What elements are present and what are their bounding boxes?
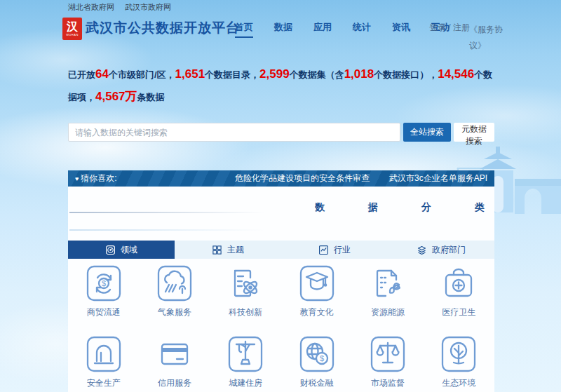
nav-item-data[interactable]: 数据 [274,21,292,38]
layers-icon [417,245,427,255]
heart-icon: ♥ [75,175,79,182]
site-search-button[interactable]: 全站搜索 [403,123,451,142]
svg-text:$: $ [102,279,106,288]
tab-label: 领域 [121,244,137,256]
resource-energy-icon [370,264,406,303]
category-label: 商贸流通 [87,306,121,318]
category-medical-health[interactable]: 医疗卫生 [424,264,494,318]
category-sci-tech[interactable]: 科技创新 [210,264,281,318]
recommendation-label: 猜你喜欢: [81,173,116,184]
section-title-char: 类 [475,201,485,214]
category-weather-service[interactable]: 气象服务 [139,264,210,318]
svg-text:$: $ [320,354,324,363]
page-title: 武汉市公共数据开放平台 [86,19,240,37]
category-label: 安全生产 [87,377,121,389]
main-nav: 首页 数据 应用 统计 资讯 互动 [235,21,450,38]
trade-circulation-icon: $ [86,264,122,303]
tab-government-departments[interactable]: 政府部门 [388,241,494,259]
category-label: 市场监督 [371,377,405,389]
category-credit-service[interactable]: 信用服务 [139,334,210,389]
recommendation-link-2[interactable]: 武汉市3c企业名单服务API [389,173,487,184]
ecology-environment-icon [440,334,477,374]
open-data-stats: 已开放64个市级部门/区，1,651个数据目录，2,599个数据集（含1,018… [68,63,499,108]
metadata-search-button[interactable]: 元数据搜索 [454,123,494,142]
compass-icon [105,245,116,255]
section-title-char: 据 [368,201,378,214]
recommendation-link-1[interactable]: 危险化学品建设项目的安全条件审查 [235,173,370,184]
category-construction-housing[interactable]: 城建住房 [210,334,281,389]
recommendation-bar: ♥ 猜你喜欢: 危险化学品建设项目的安全条件审查 武汉市3c企业名单服务API [68,170,494,187]
category-label: 科技创新 [229,306,262,318]
safety-production-icon [86,334,122,374]
nav-item-statistics[interactable]: 统计 [353,21,371,38]
weather-service-icon [156,264,193,303]
site-logo[interactable]: 汉 WUHAN [62,18,82,40]
stats-text: 个数据集（含 [290,69,344,80]
separator-line [69,212,264,213]
category-label: 财税金融 [300,377,334,389]
construction-housing-icon [227,334,264,374]
page: 湖北省政府网 武汉市政府网 汉 WUHAN 武汉市公共数据开放平台 首页 数据 … [0,0,561,392]
category-finance-tax[interactable]: $ 财税金融 [281,334,352,389]
tab-domain[interactable]: 领域 [68,241,175,259]
stats-number: 1,651 [175,67,205,81]
service-agreement-link[interactable]: 《服务协议》 [469,22,506,54]
medical-health-icon [440,264,477,303]
hubei-gov-link[interactable]: 湖北省政府网 [68,2,114,13]
grid-icon [212,245,222,255]
category-tabs: 领域 主题 行业 政府部门 [68,241,494,259]
gov-links: 湖北省政府网 武汉市政府网 [68,2,171,13]
section-title-data-category: 数 据 分 类 [315,201,485,214]
login-register-link[interactable]: 登录 / 注册 [429,22,470,34]
separator-line [69,229,264,231]
tab-theme[interactable]: 主题 [175,241,281,259]
section-title-char: 分 [421,201,431,214]
section-title-char: 数 [315,201,325,214]
chart-icon [318,245,329,255]
stats-text: 已开放 [68,69,95,80]
nav-item-home[interactable]: 首页 [235,21,253,38]
category-market-supervision[interactable]: 市场监督 [352,334,423,389]
finance-tax-icon: $ [299,334,335,374]
tab-industry[interactable]: 行业 [281,241,388,259]
category-label: 城建住房 [229,377,262,389]
category-resource-energy[interactable]: 资源能源 [352,264,423,318]
credit-service-icon [156,334,193,374]
tab-label: 政府部门 [432,244,466,256]
wuhan-gov-link[interactable]: 武汉市政府网 [125,2,171,13]
search-input[interactable] [68,123,400,142]
logo-seal-icon: 汉 [67,21,78,32]
category-safety-production[interactable]: 安全生产 [68,334,139,389]
category-grid: $ 商贸流通 气象服务 [68,264,494,389]
market-supervision-icon [370,334,406,374]
category-label: 气象服务 [158,306,191,318]
stats-text: 个数据接口）， [374,69,438,80]
category-ecology-environment[interactable]: 生态环境 [424,334,494,389]
category-trade-circulation[interactable]: $ 商贸流通 [68,264,139,318]
category-label: 生态环境 [442,377,475,389]
logo-subtext: WUHAN [66,34,79,36]
category-label: 医疗卫生 [442,306,475,318]
stats-number: 1,018 [344,67,374,81]
stats-number: 64 [95,67,109,81]
stats-number: 4,567万 [95,90,137,103]
category-label: 信用服务 [158,377,191,389]
sci-tech-icon [227,264,264,303]
category-education-culture[interactable]: 教育文化 [281,264,352,318]
category-label: 资源能源 [371,306,405,318]
nav-item-news[interactable]: 资讯 [392,21,410,38]
search-bar: 全站搜索 元数据搜索 [68,123,494,142]
stats-text: 个数据目录， [205,69,259,80]
tab-label: 行业 [334,244,351,256]
stats-text: 条数据 [137,92,165,102]
stats-text: 个市级部门/区， [109,69,175,80]
data-category-card: 数 据 分 类 领域 主题 行业 [68,187,494,392]
category-label: 教育文化 [300,306,334,318]
education-culture-icon [299,264,335,303]
stats-number: 14,546 [438,67,474,81]
nav-item-apps[interactable]: 应用 [313,21,332,38]
recommendation-links: 危险化学品建设项目的安全条件审查 武汉市3c企业名单服务API [235,173,487,184]
stats-number: 2,599 [259,67,290,81]
tab-label: 主题 [227,244,244,256]
